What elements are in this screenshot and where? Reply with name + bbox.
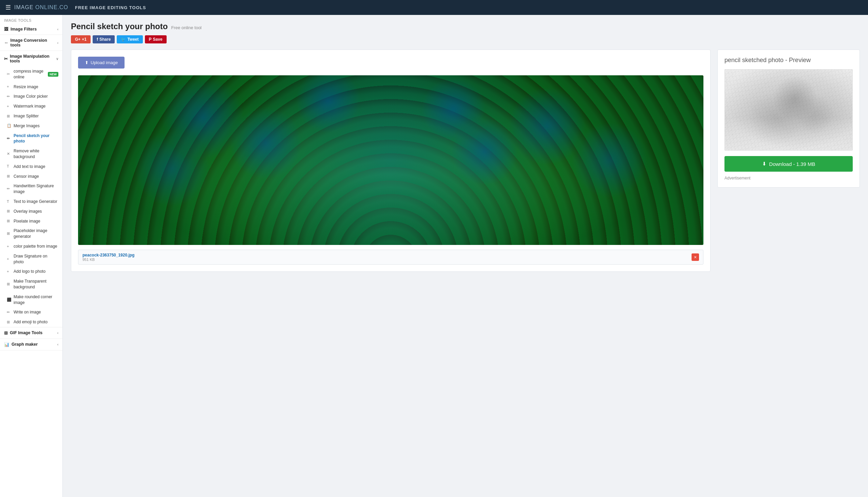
compress-label: compress image online <box>14 69 44 80</box>
sidebar-item-text-to-image[interactable]: T Text to image Generator <box>0 197 62 207</box>
sidebar-group-header-conversion[interactable]: ↔ Image Conversion tools ‹ <box>0 35 62 51</box>
sidebar-group-gif: ⊞ GIF Image Tools ‹ <box>0 327 62 339</box>
sidebar-item-pencil-sketch[interactable]: ✏ Pencil sketch your photo <box>0 131 62 146</box>
advertisement-label: Advertisement <box>724 176 853 181</box>
sidebar-item-compress[interactable]: ✂ compress image online NEW <box>0 67 62 82</box>
pixelate-label: Pixelate image <box>14 218 40 224</box>
upload-button[interactable]: ⬆ Upload image <box>78 57 125 69</box>
placeholder-icon: ⊞ <box>7 231 12 236</box>
top-nav: ☰ IMAGE ONLINE.CO FREE IMAGE EDITING TOO… <box>0 0 868 15</box>
sidebar-group-header-graph[interactable]: 📊 Graph maker ‹ <box>0 339 62 350</box>
sidebar-item-transparent-bg[interactable]: ⊞ Make Transparent background <box>0 276 62 292</box>
sidebar-group-graph: 📊 Graph maker ‹ <box>0 339 62 351</box>
sidebar-item-draw-signature[interactable]: + Draw Signature on photo <box>0 251 62 267</box>
sidebar-item-rounded-corner[interactable]: ⬛ Make rounded corner image <box>0 292 62 308</box>
sidebar-item-placeholder[interactable]: ⊞ Placeholder image generator <box>0 226 62 242</box>
sidebar-item-merge[interactable]: 📋 Merge Images <box>0 121 62 131</box>
conversion-label: Image Conversion tools <box>11 38 57 47</box>
sidebar-item-remove-bg[interactable]: ✕ Remove white background <box>0 146 62 162</box>
pencil-sketch-label: Pencil sketch your photo <box>14 133 58 144</box>
sidebar-item-splitter[interactable]: ⊞ Image Splitter <box>0 111 62 121</box>
sidebar-item-color-palette[interactable]: + color palette from image <box>0 242 62 251</box>
twitter-button[interactable]: 🐦 Tweet <box>117 35 143 43</box>
add-logo-label: Add logo to photo <box>14 269 45 274</box>
sidebar-group-filters: 🖼 Image Filters ‹ <box>0 24 62 35</box>
manipulation-label: Image Manipulation tools <box>10 54 56 63</box>
text-to-image-icon: T <box>7 199 12 204</box>
facebook-button[interactable]: f Share <box>93 35 115 43</box>
filters-label: Image Filters <box>11 27 37 31</box>
draw-signature-icon: + <box>7 256 12 261</box>
nav-title: FREE IMAGE EDITING TOOLS <box>75 5 146 10</box>
download-icon: ⬇ <box>762 161 767 167</box>
sidebar-item-pixelate[interactable]: ⊞ Pixelate image <box>0 216 62 226</box>
sidebar-item-add-logo[interactable]: + Add logo to photo <box>0 267 62 276</box>
remove-bg-icon: ✕ <box>7 151 12 156</box>
graph-label: Graph maker <box>12 342 38 347</box>
add-logo-icon: + <box>7 269 12 274</box>
splitter-icon: ⊞ <box>7 114 12 119</box>
rounded-corner-label: Make rounded corner image <box>14 294 58 306</box>
facebook-icon: f <box>97 37 98 42</box>
sidebar-item-watermark[interactable]: + Watermark image <box>0 101 62 111</box>
add-emoji-icon: ⊞ <box>7 320 12 325</box>
sidebar-item-add-text[interactable]: T Add text to image <box>0 162 62 172</box>
graph-chevron: ‹ <box>57 343 58 346</box>
draw-signature-label: Draw Signature on photo <box>14 253 58 265</box>
page-title: Pencil sketch your photo <box>71 22 168 31</box>
gplus-icon: G+ <box>75 37 81 42</box>
sidebar-item-handwritten[interactable]: ✏ Handwritten Signature image <box>0 181 62 197</box>
overlay-label: Overlay images <box>14 209 42 214</box>
overlay-icon: ⊞ <box>7 209 12 214</box>
color-palette-label: color palette from image <box>14 244 57 249</box>
sidebar-group-header-gif[interactable]: ⊞ GIF Image Tools ‹ <box>0 327 62 339</box>
gif-icon: ⊞ <box>4 330 8 336</box>
gplus-button[interactable]: G+ +1 <box>71 35 90 43</box>
sidebar-item-overlay[interactable]: ⊞ Overlay images <box>0 207 62 216</box>
sidebar-group-header-filters[interactable]: 🖼 Image Filters ‹ <box>0 24 62 34</box>
site-logo[interactable]: IMAGE ONLINE.CO <box>14 4 68 11</box>
sidebar-item-write-on-image[interactable]: ✏ Write on image <box>0 307 62 317</box>
gif-label: GIF Image Tools <box>10 330 42 335</box>
text-to-image-label: Text to image Generator <box>14 199 57 204</box>
manipulation-icon: ✂ <box>4 56 8 61</box>
content-grid: ⬆ Upload image peacock-2363750_1920.jpg … <box>71 49 860 272</box>
sidebar-item-resize[interactable]: + Resize image <box>0 82 62 92</box>
file-info-bar: peacock-2363750_1920.jpg 951 KB × <box>78 250 703 265</box>
filters-chevron: ‹ <box>57 28 58 31</box>
menu-icon[interactable]: ☰ <box>5 4 11 11</box>
sidebar-group-header-manipulation[interactable]: ✂ Image Manipulation tools ∨ <box>0 51 62 67</box>
file-size: 951 KB <box>83 257 134 261</box>
placeholder-label: Placeholder image generator <box>14 228 58 240</box>
file-name: peacock-2363750_1920.jpg <box>83 253 134 257</box>
gplus-label: +1 <box>82 37 87 42</box>
upload-icon: ⬆ <box>85 60 88 65</box>
facebook-label: Share <box>99 37 111 42</box>
main-content: Pencil sketch your photo Free online too… <box>63 15 868 497</box>
transparent-bg-label: Make Transparent background <box>14 279 58 290</box>
file-remove-button[interactable]: × <box>692 253 699 261</box>
pinterest-icon: P <box>149 37 152 42</box>
file-info-left: peacock-2363750_1920.jpg 951 KB <box>83 253 134 261</box>
add-text-label: Add text to image <box>14 164 45 170</box>
download-label: Download - 1.39 MB <box>769 161 815 167</box>
gif-chevron: ‹ <box>57 331 58 335</box>
twitter-label: Tweet <box>127 37 139 42</box>
twitter-icon: 🐦 <box>121 37 126 42</box>
sidebar-section-title: Image Tools <box>0 15 62 24</box>
pinterest-button[interactable]: P Save <box>145 35 167 43</box>
sidebar-item-censor[interactable]: ⊞ Censor image <box>0 172 62 182</box>
add-text-icon: T <box>7 164 12 169</box>
sidebar-item-color-picker[interactable]: ✏ Image Color picker <box>0 91 62 101</box>
add-emoji-label: Add emoji to photo <box>14 319 47 325</box>
write-on-image-icon: ✏ <box>7 310 12 315</box>
social-buttons: G+ +1 f Share 🐦 Tweet P Save <box>71 35 860 43</box>
sidebar-item-add-emoji[interactable]: ⊞ Add emoji to photo <box>0 317 62 327</box>
download-button[interactable]: ⬇ Download - 1.39 MB <box>724 156 853 172</box>
upload-label: Upload image <box>90 60 118 65</box>
handwritten-icon: ✏ <box>7 186 12 191</box>
sidebar-group-manipulation: ✂ Image Manipulation tools ∨ ✂ compress … <box>0 51 62 327</box>
splitter-label: Image Splitter <box>14 113 39 119</box>
new-badge: NEW <box>48 72 58 77</box>
handwritten-label: Handwritten Signature image <box>14 183 58 195</box>
